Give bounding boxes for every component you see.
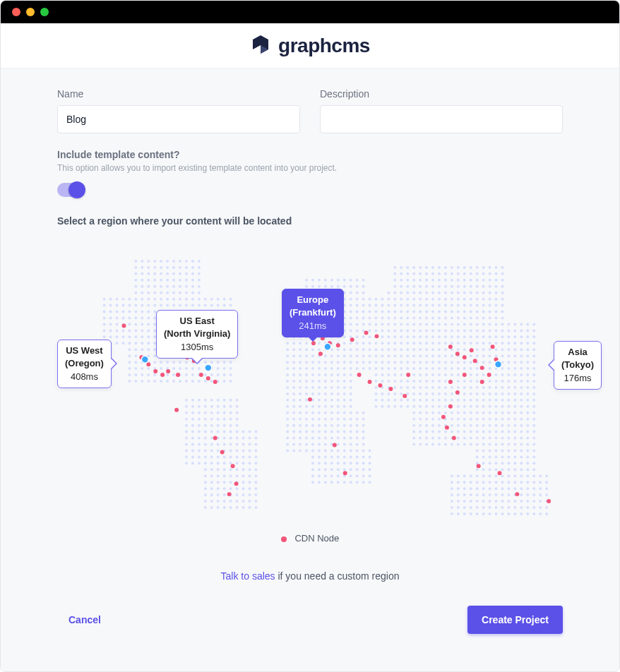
svg-point-1369 <box>513 437 516 440</box>
svg-point-1024 <box>513 386 516 389</box>
svg-point-505 <box>362 329 365 332</box>
svg-point-1666 <box>545 493 548 496</box>
svg-point-530 <box>520 329 523 332</box>
svg-point-1416 <box>526 443 529 446</box>
svg-point-1240 <box>532 418 535 421</box>
svg-point-807 <box>419 361 422 364</box>
svg-point-937 <box>128 380 131 383</box>
svg-point-1144 <box>457 405 460 408</box>
region-option-europe[interactable]: Europe (Frankfurt) 241ms <box>282 289 344 337</box>
svg-point-1678 <box>463 500 466 503</box>
svg-point-1723 <box>489 512 491 515</box>
window-zoom-icon[interactable] <box>40 8 49 16</box>
talk-to-sales-link[interactable]: Talk to sales <box>221 570 275 582</box>
cancel-button[interactable]: Cancel <box>57 608 112 631</box>
svg-point-887 <box>153 373 156 376</box>
svg-point-1784 <box>452 436 456 440</box>
svg-point-1227 <box>451 418 453 421</box>
svg-point-354 <box>501 311 503 313</box>
svg-point-1531 <box>337 468 340 471</box>
region-option-us-west[interactable]: US West (Oregon) 408ms <box>57 340 112 388</box>
svg-point-1698 <box>242 506 245 509</box>
svg-point-468 <box>513 323 516 325</box>
svg-point-44 <box>160 272 162 275</box>
svg-point-362 <box>147 317 150 320</box>
svg-point-109 <box>141 285 143 288</box>
svg-point-353 <box>495 311 498 313</box>
svg-point-1634 <box>501 487 503 490</box>
region-option-us-east[interactable]: US East (North Virginia) 1305ms <box>156 310 238 359</box>
svg-point-1407 <box>470 443 472 446</box>
svg-point-1594 <box>330 481 333 484</box>
include-template-toggle[interactable] <box>57 183 84 197</box>
svg-point-39 <box>501 266 503 269</box>
region-subtitle: (Oregon) <box>65 357 104 370</box>
svg-point-1007 <box>406 386 409 389</box>
svg-point-975 <box>438 380 441 383</box>
svg-point-242 <box>501 298 503 301</box>
svg-point-1547 <box>204 474 207 477</box>
svg-point-1058 <box>495 392 498 395</box>
svg-point-105 <box>489 279 491 282</box>
svg-point-1294 <box>254 431 257 433</box>
svg-point-1750 <box>227 492 232 496</box>
svg-point-1329 <box>191 437 194 440</box>
name-input[interactable] <box>57 105 300 133</box>
svg-point-1738 <box>166 369 170 373</box>
svg-point-1493 <box>229 462 232 464</box>
svg-point-1586 <box>229 481 232 484</box>
svg-point-1736 <box>153 369 157 373</box>
svg-point-1014 <box>451 386 453 389</box>
svg-point-1774 <box>463 355 467 359</box>
svg-point-961 <box>330 380 333 383</box>
svg-point-1458 <box>210 455 213 458</box>
svg-point-67 <box>495 272 498 275</box>
create-project-button[interactable]: Create Project <box>467 606 563 634</box>
svg-point-1665 <box>539 493 542 496</box>
svg-point-1658 <box>495 493 498 496</box>
svg-point-1692 <box>204 506 207 509</box>
svg-point-867 <box>438 367 441 370</box>
svg-point-572 <box>400 335 403 338</box>
svg-point-581 <box>457 335 460 338</box>
svg-point-456 <box>438 323 441 325</box>
svg-point-417 <box>141 323 143 325</box>
svg-point-1721 <box>476 512 479 515</box>
svg-point-1771 <box>406 373 410 377</box>
svg-point-1717 <box>451 512 453 515</box>
svg-point-833 <box>172 367 175 370</box>
svg-point-1395 <box>350 443 352 446</box>
svg-point-1120 <box>286 405 289 408</box>
description-input[interactable] <box>320 105 563 133</box>
svg-point-1187 <box>463 412 466 414</box>
svg-point-1376 <box>204 443 207 446</box>
svg-point-848 <box>318 367 321 370</box>
svg-point-1259 <box>343 424 346 427</box>
svg-point-1121 <box>292 405 295 408</box>
svg-point-1488 <box>198 462 201 464</box>
svg-point-823 <box>520 361 523 364</box>
window-minimize-icon[interactable] <box>26 8 35 16</box>
svg-point-1257 <box>330 424 333 427</box>
region-title: US East <box>164 315 230 328</box>
svg-point-29 <box>438 266 441 269</box>
svg-point-971 <box>412 380 415 383</box>
svg-point-1314 <box>451 431 453 433</box>
svg-point-775 <box>166 361 169 364</box>
svg-point-1572 <box>489 474 491 477</box>
svg-point-1086 <box>381 399 383 402</box>
svg-point-1473 <box>356 455 359 458</box>
svg-point-1385 <box>286 443 289 446</box>
svg-point-1693 <box>210 506 213 509</box>
svg-point-260 <box>210 304 213 307</box>
svg-point-1419 <box>191 449 194 452</box>
svg-point-1568 <box>463 474 466 477</box>
region-option-asia[interactable]: Asia (Tokyo) 176ms <box>554 341 602 390</box>
svg-point-62 <box>463 272 466 275</box>
window-close-icon[interactable] <box>12 8 20 16</box>
svg-point-952 <box>223 380 226 383</box>
svg-point-1769 <box>388 387 393 391</box>
svg-point-66 <box>489 272 491 275</box>
svg-point-1338 <box>248 437 251 440</box>
svg-point-1509 <box>482 462 485 464</box>
